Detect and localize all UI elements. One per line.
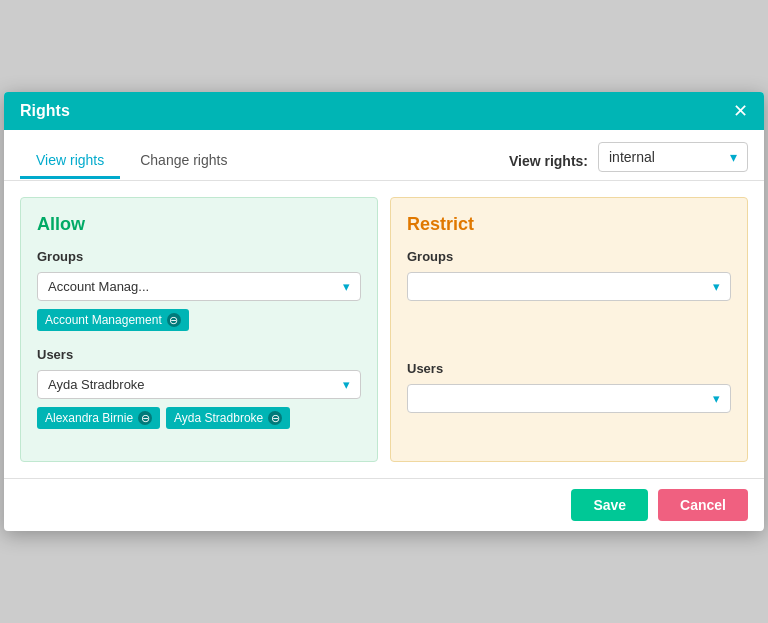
- tag-account-management[interactable]: Account Management ⊖: [37, 309, 189, 331]
- restrict-title: Restrict: [407, 214, 731, 235]
- dialog-body: Allow Groups Account Manag... ▾ Account …: [4, 181, 764, 478]
- tag-label: Ayda Stradbroke: [174, 411, 263, 425]
- restrict-users-label: Users: [407, 361, 731, 376]
- allow-groups-section: Groups Account Manag... ▾ Account Manage…: [37, 249, 361, 331]
- tab-change-rights[interactable]: Change rights: [124, 144, 243, 179]
- allow-groups-chevron: ▾: [343, 279, 350, 294]
- allow-users-dropdown[interactable]: Ayda Stradbroke ▾: [37, 370, 361, 399]
- restrict-groups-label: Groups: [407, 249, 731, 264]
- restrict-users-chevron: ▾: [713, 391, 720, 406]
- dialog-title: Rights: [20, 102, 70, 120]
- view-rights-value: internal: [609, 149, 722, 165]
- tag-alexandra-birnie[interactable]: Alexandra Birnie ⊖: [37, 407, 160, 429]
- tab-view-rights[interactable]: View rights: [20, 144, 120, 179]
- tag-ayda-stradbroke[interactable]: Ayda Stradbroke ⊖: [166, 407, 290, 429]
- view-rights-label: View rights:: [509, 153, 588, 169]
- allow-groups-label: Groups: [37, 249, 361, 264]
- save-button[interactable]: Save: [571, 489, 648, 521]
- dialog-footer: Save Cancel: [4, 478, 764, 531]
- tag-remove-icon[interactable]: ⊖: [167, 313, 181, 327]
- allow-users-label: Users: [37, 347, 361, 362]
- tag-label: Alexandra Birnie: [45, 411, 133, 425]
- tabs-bar: View rights Change rights View rights: i…: [4, 130, 764, 181]
- restrict-panel: Restrict Groups ▾ Users ▾: [390, 197, 748, 462]
- allow-user-tags: Alexandra Birnie ⊖ Ayda Stradbroke ⊖: [37, 407, 361, 429]
- cancel-button[interactable]: Cancel: [658, 489, 748, 521]
- allow-panel: Allow Groups Account Manag... ▾ Account …: [20, 197, 378, 462]
- dialog-header: Rights ✕: [4, 92, 764, 130]
- allow-users-dropdown-value: Ayda Stradbroke: [48, 377, 343, 392]
- restrict-users-dropdown[interactable]: ▾: [407, 384, 731, 413]
- view-rights-dropdown[interactable]: internal ▾: [598, 142, 748, 172]
- restrict-groups-chevron: ▾: [713, 279, 720, 294]
- restrict-groups-dropdown[interactable]: ▾: [407, 272, 731, 301]
- restrict-users-section: Users ▾: [407, 361, 731, 413]
- allow-title: Allow: [37, 214, 361, 235]
- close-button[interactable]: ✕: [733, 102, 748, 120]
- tag-remove-icon[interactable]: ⊖: [268, 411, 282, 425]
- allow-groups-dropdown[interactable]: Account Manag... ▾: [37, 272, 361, 301]
- rights-dialog: Rights ✕ View rights Change rights View …: [4, 92, 764, 531]
- allow-group-tags: Account Management ⊖: [37, 309, 361, 331]
- view-rights-chevron: ▾: [730, 149, 737, 165]
- allow-users-chevron: ▾: [343, 377, 350, 392]
- allow-groups-dropdown-value: Account Manag...: [48, 279, 343, 294]
- tag-remove-icon[interactable]: ⊖: [138, 411, 152, 425]
- allow-users-section: Users Ayda Stradbroke ▾ Alexandra Birnie…: [37, 347, 361, 429]
- restrict-groups-section: Groups ▾: [407, 249, 731, 301]
- tag-label: Account Management: [45, 313, 162, 327]
